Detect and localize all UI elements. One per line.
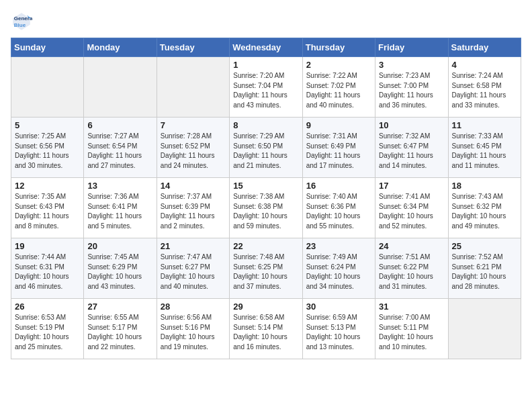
day-info: Sunrise: 6:59 AM Sunset: 5:13 PM Dayligh… xyxy=(306,313,371,352)
day-number: 3 xyxy=(379,60,444,70)
day-number: 5 xyxy=(15,120,80,130)
day-info: Sunrise: 7:31 AM Sunset: 6:49 PM Dayligh… xyxy=(306,132,371,171)
calendar-cell: 18Sunrise: 7:43 AM Sunset: 6:32 PM Dayli… xyxy=(448,178,521,238)
day-number: 7 xyxy=(161,120,226,130)
day-info: Sunrise: 7:00 AM Sunset: 5:11 PM Dayligh… xyxy=(379,313,444,352)
week-row-4: 19Sunrise: 7:44 AM Sunset: 6:31 PM Dayli… xyxy=(11,238,521,299)
calendar-cell: 9Sunrise: 7:31 AM Sunset: 6:49 PM Daylig… xyxy=(302,118,375,178)
calendar-cell: 29Sunrise: 6:58 AM Sunset: 5:14 PM Dayli… xyxy=(230,299,302,359)
calendar-cell: 5Sunrise: 7:25 AM Sunset: 6:56 PM Daylig… xyxy=(11,118,84,178)
calendar-cell xyxy=(11,57,84,118)
calendar-cell: 22Sunrise: 7:48 AM Sunset: 6:25 PM Dayli… xyxy=(230,238,302,299)
day-info: Sunrise: 7:40 AM Sunset: 6:36 PM Dayligh… xyxy=(306,192,371,231)
day-info: Sunrise: 6:58 AM Sunset: 5:14 PM Dayligh… xyxy=(233,313,298,352)
day-number: 2 xyxy=(306,60,371,70)
day-number: 24 xyxy=(379,241,444,251)
day-number: 8 xyxy=(233,120,298,130)
calendar-cell: 14Sunrise: 7:37 AM Sunset: 6:39 PM Dayli… xyxy=(157,178,229,238)
week-row-2: 5Sunrise: 7:25 AM Sunset: 6:56 PM Daylig… xyxy=(11,118,521,178)
logo-icon: General Blue xyxy=(11,11,32,32)
day-number: 11 xyxy=(452,120,517,130)
calendar-cell: 13Sunrise: 7:36 AM Sunset: 6:41 PM Dayli… xyxy=(84,178,157,238)
day-number: 13 xyxy=(87,181,152,191)
day-number: 1 xyxy=(233,60,298,70)
day-info: Sunrise: 7:23 AM Sunset: 7:00 PM Dayligh… xyxy=(379,71,444,110)
week-row-3: 12Sunrise: 7:35 AM Sunset: 6:43 PM Dayli… xyxy=(11,178,521,238)
day-number: 26 xyxy=(15,302,80,312)
calendar-cell: 27Sunrise: 6:55 AM Sunset: 5:17 PM Dayli… xyxy=(84,299,157,359)
calendar-cell: 24Sunrise: 7:51 AM Sunset: 6:22 PM Dayli… xyxy=(375,238,448,299)
col-header-friday: Friday xyxy=(375,38,448,57)
day-info: Sunrise: 7:22 AM Sunset: 7:02 PM Dayligh… xyxy=(306,71,371,110)
day-info: Sunrise: 7:51 AM Sunset: 6:22 PM Dayligh… xyxy=(379,253,444,291)
day-info: Sunrise: 6:56 AM Sunset: 5:16 PM Dayligh… xyxy=(161,313,226,352)
day-info: Sunrise: 7:49 AM Sunset: 6:24 PM Dayligh… xyxy=(306,253,371,291)
calendar-cell xyxy=(84,57,157,118)
col-header-sunday: Sunday xyxy=(11,38,84,57)
calendar-header-row: SundayMondayTuesdayWednesdayThursdayFrid… xyxy=(11,38,521,57)
calendar-cell xyxy=(157,57,229,118)
day-number: 22 xyxy=(233,241,298,251)
day-info: Sunrise: 7:35 AM Sunset: 6:43 PM Dayligh… xyxy=(15,192,80,231)
calendar-cell: 30Sunrise: 6:59 AM Sunset: 5:13 PM Dayli… xyxy=(302,299,375,359)
day-info: Sunrise: 7:27 AM Sunset: 6:54 PM Dayligh… xyxy=(87,132,152,171)
day-info: Sunrise: 7:52 AM Sunset: 6:21 PM Dayligh… xyxy=(452,253,517,291)
day-number: 14 xyxy=(161,181,226,191)
day-info: Sunrise: 7:32 AM Sunset: 6:47 PM Dayligh… xyxy=(379,132,444,171)
calendar-cell: 8Sunrise: 7:29 AM Sunset: 6:50 PM Daylig… xyxy=(230,118,302,178)
calendar-cell: 23Sunrise: 7:49 AM Sunset: 6:24 PM Dayli… xyxy=(302,238,375,299)
day-info: Sunrise: 7:20 AM Sunset: 7:04 PM Dayligh… xyxy=(233,71,298,110)
svg-text:General: General xyxy=(14,15,32,21)
day-info: Sunrise: 7:37 AM Sunset: 6:39 PM Dayligh… xyxy=(161,192,226,231)
day-info: Sunrise: 7:33 AM Sunset: 6:45 PM Dayligh… xyxy=(452,132,517,171)
day-number: 28 xyxy=(161,302,226,312)
day-number: 23 xyxy=(306,241,371,251)
col-header-tuesday: Tuesday xyxy=(157,38,229,57)
calendar-cell: 17Sunrise: 7:41 AM Sunset: 6:34 PM Dayli… xyxy=(375,178,448,238)
day-info: Sunrise: 7:28 AM Sunset: 6:52 PM Dayligh… xyxy=(161,132,226,171)
day-info: Sunrise: 6:53 AM Sunset: 5:19 PM Dayligh… xyxy=(15,313,80,352)
day-info: Sunrise: 7:24 AM Sunset: 6:58 PM Dayligh… xyxy=(452,71,517,110)
day-number: 18 xyxy=(452,181,517,191)
day-number: 20 xyxy=(87,241,152,251)
col-header-monday: Monday xyxy=(84,38,157,57)
day-number: 15 xyxy=(233,181,298,191)
day-info: Sunrise: 7:44 AM Sunset: 6:31 PM Dayligh… xyxy=(15,253,80,291)
calendar-table: SundayMondayTuesdayWednesdayThursdayFrid… xyxy=(11,38,521,359)
day-info: Sunrise: 7:43 AM Sunset: 6:32 PM Dayligh… xyxy=(452,192,517,231)
day-number: 21 xyxy=(161,241,226,251)
calendar-cell: 12Sunrise: 7:35 AM Sunset: 6:43 PM Dayli… xyxy=(11,178,84,238)
day-number: 12 xyxy=(15,181,80,191)
calendar-cell: 11Sunrise: 7:33 AM Sunset: 6:45 PM Dayli… xyxy=(448,118,521,178)
day-number: 30 xyxy=(306,302,371,312)
day-info: Sunrise: 7:41 AM Sunset: 6:34 PM Dayligh… xyxy=(379,192,444,231)
day-info: Sunrise: 7:25 AM Sunset: 6:56 PM Dayligh… xyxy=(15,132,80,171)
day-number: 19 xyxy=(15,241,80,251)
calendar-cell: 31Sunrise: 7:00 AM Sunset: 5:11 PM Dayli… xyxy=(375,299,448,359)
day-number: 9 xyxy=(306,120,371,130)
week-row-5: 26Sunrise: 6:53 AM Sunset: 5:19 PM Dayli… xyxy=(11,299,521,359)
day-info: Sunrise: 7:36 AM Sunset: 6:41 PM Dayligh… xyxy=(87,192,152,231)
day-info: Sunrise: 7:29 AM Sunset: 6:50 PM Dayligh… xyxy=(233,132,298,171)
day-number: 31 xyxy=(379,302,444,312)
day-number: 29 xyxy=(233,302,298,312)
page-header: General Blue xyxy=(11,11,521,32)
calendar-cell: 19Sunrise: 7:44 AM Sunset: 6:31 PM Dayli… xyxy=(11,238,84,299)
calendar-cell: 25Sunrise: 7:52 AM Sunset: 6:21 PM Dayli… xyxy=(448,238,521,299)
calendar-cell: 16Sunrise: 7:40 AM Sunset: 6:36 PM Dayli… xyxy=(302,178,375,238)
day-number: 25 xyxy=(452,241,517,251)
col-header-wednesday: Wednesday xyxy=(230,38,302,57)
day-number: 17 xyxy=(379,181,444,191)
day-info: Sunrise: 6:55 AM Sunset: 5:17 PM Dayligh… xyxy=(87,313,152,352)
calendar-cell: 6Sunrise: 7:27 AM Sunset: 6:54 PM Daylig… xyxy=(84,118,157,178)
calendar-cell: 21Sunrise: 7:47 AM Sunset: 6:27 PM Dayli… xyxy=(157,238,229,299)
calendar-cell xyxy=(448,299,521,359)
day-number: 27 xyxy=(87,302,152,312)
logo: General Blue xyxy=(11,11,35,32)
day-info: Sunrise: 7:45 AM Sunset: 6:29 PM Dayligh… xyxy=(87,253,152,291)
calendar-cell: 15Sunrise: 7:38 AM Sunset: 6:38 PM Dayli… xyxy=(230,178,302,238)
calendar-cell: 10Sunrise: 7:32 AM Sunset: 6:47 PM Dayli… xyxy=(375,118,448,178)
day-info: Sunrise: 7:38 AM Sunset: 6:38 PM Dayligh… xyxy=(233,192,298,231)
col-header-thursday: Thursday xyxy=(302,38,375,57)
calendar-cell: 20Sunrise: 7:45 AM Sunset: 6:29 PM Dayli… xyxy=(84,238,157,299)
